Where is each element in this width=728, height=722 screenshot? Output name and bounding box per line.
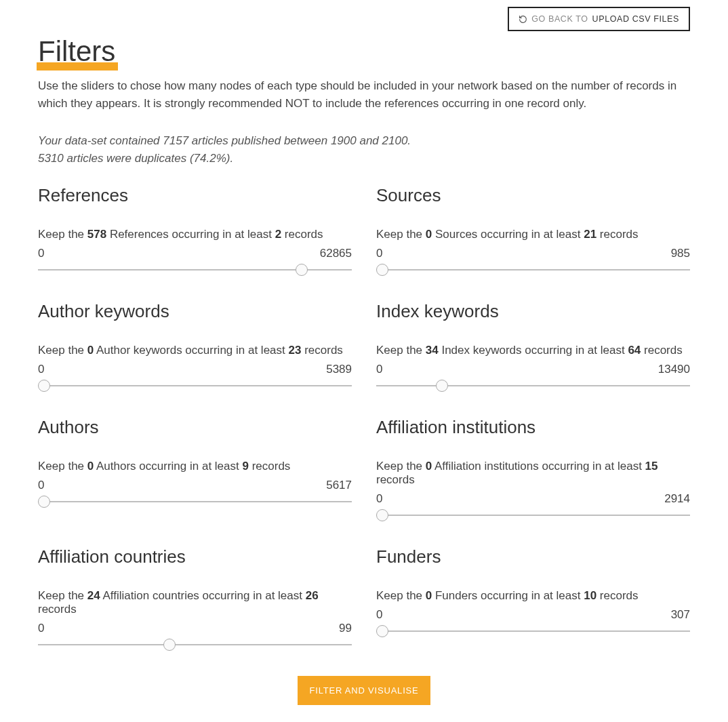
keep-line: Keep the 0 Affiliation institutions occu… [376, 460, 690, 487]
filter-heading: Sources [376, 185, 690, 206]
stats-line-2: 5310 articles were duplicates (74.2%). [38, 150, 690, 167]
keep-line: Keep the 34 Index keywords occurring in … [376, 344, 690, 357]
range-min: 0 [38, 622, 44, 635]
filter-heading: Authors [38, 417, 352, 438]
slider-thumb[interactable] [376, 625, 388, 637]
filter-sources: Sources Keep the 0 Sources occurring in … [376, 185, 690, 278]
slider-authors[interactable] [38, 494, 352, 510]
keep-line: Keep the 0 Author keywords occurring in … [38, 344, 352, 357]
go-back-lead: GO BACK TO [531, 14, 588, 24]
slider-thumb[interactable] [38, 496, 50, 508]
range-max: 2914 [664, 492, 690, 506]
filter-authors: Authors Keep the 0 Authors occurring in … [38, 417, 352, 523]
filter-affiliation-countries: Affiliation countries Keep the 24 Affili… [38, 546, 352, 653]
slider-thumb[interactable] [163, 639, 176, 651]
slider-funders[interactable] [376, 623, 690, 639]
slider-thumb[interactable] [296, 264, 308, 276]
range-max: 5389 [326, 363, 352, 376]
keep-line: Keep the 0 Funders occurring in at least… [376, 589, 690, 603]
range-max: 13490 [658, 363, 690, 376]
range-max: 5617 [326, 479, 352, 492]
filter-author-keywords: Author keywords Keep the 0 Author keywor… [38, 301, 352, 394]
filter-index-keywords: Index keywords Keep the 34 Index keyword… [376, 301, 690, 394]
range-max: 307 [671, 608, 690, 622]
range-min: 0 [38, 363, 44, 376]
range-min: 0 [376, 247, 382, 260]
filter-and-visualise-button[interactable]: FILTER AND VISUALISE [298, 676, 431, 705]
slider-thumb[interactable] [436, 380, 448, 392]
slider-thumb[interactable] [376, 264, 388, 276]
filter-heading: Index keywords [376, 301, 690, 322]
filter-funders: Funders Keep the 0 Funders occurring in … [376, 546, 690, 653]
filter-heading: Author keywords [38, 301, 352, 322]
filter-affiliation-institutions: Affiliation institutions Keep the 0 Affi… [376, 417, 690, 523]
range-min: 0 [376, 363, 382, 376]
range-min: 0 [376, 608, 382, 622]
slider-thumb[interactable] [38, 380, 50, 392]
slider-index-keywords[interactable] [376, 378, 690, 394]
range-min: 0 [376, 492, 382, 506]
go-back-button[interactable]: GO BACK TO UPLOAD CSV FILES [508, 7, 690, 31]
page-title: Filters [37, 37, 118, 68]
keep-line: Keep the 0 Sources occurring in at least… [376, 228, 690, 241]
slider-thumb[interactable] [376, 509, 388, 521]
filter-heading: Affiliation countries [38, 546, 352, 567]
filter-heading: Funders [376, 546, 690, 567]
keep-line: Keep the 578 References occurring in at … [38, 228, 352, 241]
range-min: 0 [38, 479, 44, 492]
undo-icon [519, 15, 527, 24]
range-min: 0 [38, 247, 44, 260]
keep-line: Keep the 0 Authors occurring in at least… [38, 460, 352, 473]
range-max: 985 [671, 247, 690, 260]
go-back-tail: UPLOAD CSV FILES [592, 14, 679, 24]
intro-text: Use the sliders to chose how many nodes … [38, 77, 682, 113]
slider-affiliation-institutions[interactable] [376, 507, 690, 523]
range-max: 62865 [320, 247, 352, 260]
slider-references[interactable] [38, 262, 352, 278]
slider-author-keywords[interactable] [38, 378, 352, 394]
stats-line-1: Your data-set contained 7157 articles pu… [38, 132, 690, 150]
slider-sources[interactable] [376, 262, 690, 278]
slider-affiliation-countries[interactable] [38, 637, 352, 653]
range-max: 99 [339, 622, 352, 635]
filter-references: References Keep the 578 References occur… [38, 185, 352, 278]
keep-line: Keep the 24 Affiliation countries occurr… [38, 589, 352, 616]
filter-heading: References [38, 185, 352, 206]
filter-heading: Affiliation institutions [376, 417, 690, 438]
